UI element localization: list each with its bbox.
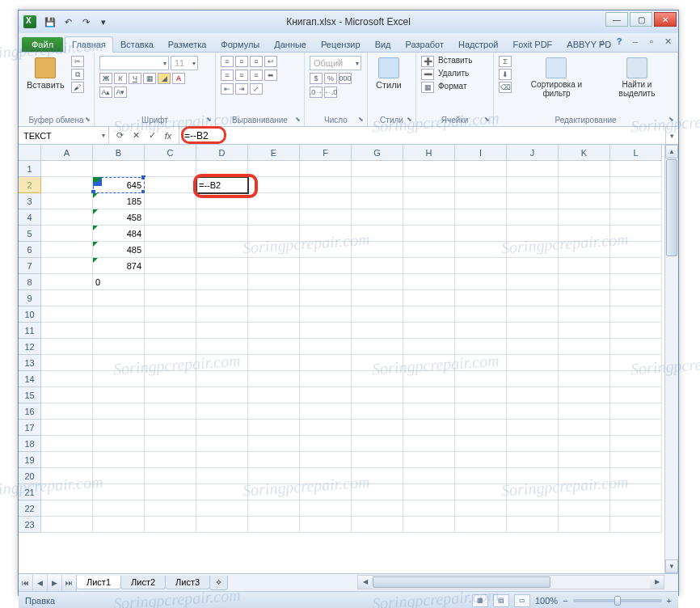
cell-B5[interactable]: 484 bbox=[93, 226, 145, 242]
row-header-2[interactable]: 2 bbox=[19, 177, 41, 193]
cell-J16[interactable] bbox=[507, 403, 559, 420]
cell-H2[interactable] bbox=[403, 177, 455, 193]
cell-B2[interactable]: 645 bbox=[93, 177, 145, 193]
cell-H23[interactable] bbox=[403, 517, 455, 533]
sort-filter-button[interactable]: Сортировка и фильтр bbox=[515, 56, 598, 99]
cell-H11[interactable] bbox=[403, 323, 455, 339]
cell-H22[interactable] bbox=[403, 500, 455, 517]
cell-L8[interactable] bbox=[610, 274, 662, 290]
cell-G17[interactable] bbox=[352, 420, 403, 436]
row-header-17[interactable]: 17 bbox=[19, 420, 41, 436]
zoom-in-button[interactable]: + bbox=[667, 596, 672, 606]
cell-F10[interactable] bbox=[300, 306, 352, 323]
row-header-21[interactable]: 21 bbox=[19, 484, 41, 500]
file-tab[interactable]: Файл bbox=[22, 37, 63, 52]
cell-A9[interactable] bbox=[41, 290, 93, 306]
cell-F12[interactable] bbox=[300, 339, 352, 355]
cell-L2[interactable] bbox=[610, 177, 662, 193]
cell-B3[interactable]: 185 bbox=[93, 193, 145, 209]
cell-H10[interactable] bbox=[403, 306, 455, 323]
cell-H5[interactable] bbox=[403, 226, 455, 242]
row-header-9[interactable]: 9 bbox=[19, 290, 41, 306]
cell-D8[interactable] bbox=[196, 274, 248, 290]
cell-G20[interactable] bbox=[352, 468, 403, 484]
cell-J8[interactable] bbox=[507, 274, 559, 290]
cell-K9[interactable] bbox=[559, 290, 610, 306]
cell-L12[interactable] bbox=[610, 339, 662, 355]
doc-restore-icon[interactable]: ▫ bbox=[646, 36, 657, 47]
column-header-L[interactable]: L bbox=[610, 145, 662, 161]
cell-C2[interactable] bbox=[145, 177, 196, 193]
cell-E22[interactable] bbox=[248, 500, 300, 517]
cell-E19[interactable] bbox=[248, 452, 300, 468]
maximize-button[interactable]: ▢ bbox=[630, 12, 652, 27]
cell-D14[interactable] bbox=[196, 371, 248, 387]
row-header-20[interactable]: 20 bbox=[19, 468, 41, 484]
cell-D18[interactable] bbox=[196, 436, 248, 452]
cell-L16[interactable] bbox=[610, 403, 662, 420]
cell-D9[interactable] bbox=[196, 290, 248, 306]
row-header-10[interactable]: 10 bbox=[19, 306, 41, 323]
cell-B12[interactable] bbox=[93, 339, 145, 355]
cell-I10[interactable] bbox=[455, 306, 507, 323]
column-header-G[interactable]: G bbox=[352, 145, 403, 161]
cell-J2[interactable] bbox=[507, 177, 559, 193]
row-header-6[interactable]: 6 bbox=[19, 242, 41, 258]
cell-J10[interactable] bbox=[507, 306, 559, 323]
cell-A15[interactable] bbox=[41, 387, 93, 403]
expand-formula-bar-icon[interactable]: ▾ bbox=[665, 127, 678, 144]
cell-J18[interactable] bbox=[507, 436, 559, 452]
cell-I14[interactable] bbox=[455, 371, 507, 387]
cell-F6[interactable] bbox=[300, 242, 352, 258]
cell-A2[interactable] bbox=[41, 177, 93, 193]
cell-C20[interactable] bbox=[145, 468, 196, 484]
fill-color-icon[interactable]: ◢ bbox=[158, 73, 171, 84]
cell-L3[interactable] bbox=[610, 193, 662, 209]
cell-G9[interactable] bbox=[352, 290, 403, 306]
cell-F9[interactable] bbox=[300, 290, 352, 306]
cell-G21[interactable] bbox=[352, 484, 403, 500]
cell-A14[interactable] bbox=[41, 371, 93, 387]
cell-L22[interactable] bbox=[610, 500, 662, 517]
cell-B23[interactable] bbox=[93, 517, 145, 533]
sheet-nav-first[interactable]: ⏮ bbox=[19, 575, 33, 591]
cell-I23[interactable] bbox=[455, 517, 507, 533]
cell-J20[interactable] bbox=[507, 468, 559, 484]
paste-button[interactable]: Вставить bbox=[23, 56, 68, 91]
sheet-tab-1[interactable]: Лист1 bbox=[76, 576, 121, 589]
cell-C18[interactable] bbox=[145, 436, 196, 452]
cell-D20[interactable] bbox=[196, 468, 248, 484]
cell-I7[interactable] bbox=[455, 258, 507, 274]
wrap-text-icon[interactable]: ↩ bbox=[264, 56, 277, 67]
cell-J22[interactable] bbox=[507, 500, 559, 517]
cell-D7[interactable] bbox=[196, 258, 248, 274]
row-header-16[interactable]: 16 bbox=[19, 403, 41, 420]
cell-F5[interactable] bbox=[300, 226, 352, 242]
comma-icon[interactable]: 000 bbox=[339, 73, 352, 84]
cell-H17[interactable] bbox=[403, 420, 455, 436]
cell-F13[interactable] bbox=[300, 355, 352, 371]
cell-H9[interactable] bbox=[403, 290, 455, 306]
cell-H16[interactable] bbox=[403, 403, 455, 420]
align-left-icon[interactable]: ≡ bbox=[221, 70, 234, 81]
tab-addins[interactable]: Надстрой bbox=[451, 36, 505, 52]
new-sheet-button[interactable]: ✧ bbox=[209, 576, 228, 590]
page-break-view-icon[interactable]: ▭ bbox=[514, 594, 530, 607]
cell-B10[interactable] bbox=[93, 306, 145, 323]
cell-E13[interactable] bbox=[248, 355, 300, 371]
zoom-out-button[interactable]: − bbox=[563, 596, 567, 606]
cell-C12[interactable] bbox=[145, 339, 196, 355]
cell-B19[interactable] bbox=[93, 452, 145, 468]
cell-K1[interactable] bbox=[559, 161, 610, 177]
cell-L4[interactable] bbox=[610, 209, 662, 226]
name-box[interactable]: ТЕКСТ bbox=[19, 127, 109, 144]
cell-E8[interactable] bbox=[248, 274, 300, 290]
sheet-nav-last[interactable]: ⏭ bbox=[62, 575, 77, 591]
cell-E21[interactable] bbox=[248, 484, 300, 500]
cell-F1[interactable] bbox=[300, 161, 352, 177]
cell-G14[interactable] bbox=[352, 371, 403, 387]
hscroll-thumb[interactable] bbox=[373, 576, 550, 588]
cell-D21[interactable] bbox=[196, 484, 248, 500]
sheet-tab-3[interactable]: Лист3 bbox=[165, 576, 210, 589]
cell-A5[interactable] bbox=[41, 226, 93, 242]
